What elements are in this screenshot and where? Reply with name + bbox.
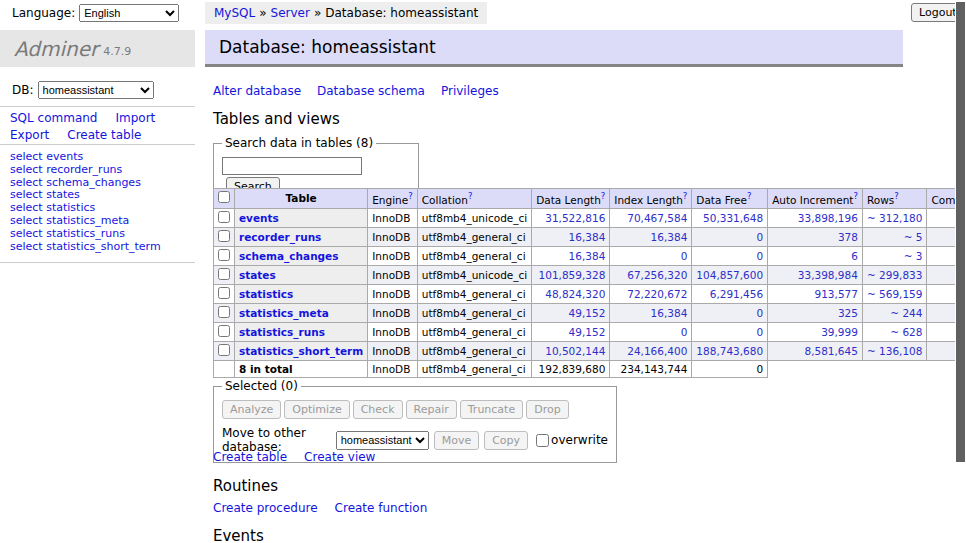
data-length-cell: 49,152: [532, 303, 610, 322]
search-input[interactable]: [222, 157, 362, 175]
help-icon[interactable]: ?: [683, 191, 688, 201]
data-free-cell: 104,857,600: [692, 265, 768, 284]
move-db-select[interactable]: homeassistant: [336, 431, 429, 450]
overwrite-checkbox[interactable]: [536, 434, 549, 447]
sidebar-select-link[interactable]: select statistics_meta: [10, 215, 161, 228]
selected-truncate-button[interactable]: Truncate: [460, 400, 523, 419]
help-icon[interactable]: ?: [747, 191, 752, 201]
scrollbar-thumb[interactable]: [956, 2, 965, 462]
help-icon[interactable]: ?: [601, 191, 606, 201]
sidebar-divider: [0, 262, 195, 263]
table-header-row: TableEngine?Collation?Data Length?Index …: [214, 189, 966, 209]
row-checkbox[interactable]: [218, 211, 230, 223]
selected-repair-button[interactable]: Repair: [406, 400, 457, 419]
breadcrumb-link[interactable]: Server: [271, 6, 310, 20]
data-length-cell: 48,824,320: [532, 284, 610, 303]
selected-action-buttons: AnalyzeOptimizeCheckRepairTruncateDrop: [222, 398, 608, 419]
row-checkbox[interactable]: [218, 325, 230, 337]
database-nav-link[interactable]: Alter database: [213, 84, 301, 98]
table-name-link[interactable]: statistics_meta: [239, 307, 329, 319]
help-icon[interactable]: ?: [853, 191, 858, 201]
selected-analyze-button[interactable]: Analyze: [222, 400, 281, 419]
engine-cell: InnoDB: [368, 360, 418, 377]
checkbox-cell: [214, 246, 235, 265]
rows-cell: ~ 628: [862, 322, 927, 341]
db-select[interactable]: homeassistant: [38, 81, 154, 99]
app-logo[interactable]: Adminer: [14, 37, 98, 61]
help-icon[interactable]: ?: [468, 191, 473, 201]
table-body: eventsInnoDButf8mb4_unicode_ci31,522,816…: [214, 208, 966, 377]
total-number-cell: 192,839,680: [532, 360, 610, 377]
sidebar-action-link[interactable]: SQL command: [10, 111, 97, 125]
column-header: Engine?: [368, 189, 418, 209]
checkbox-cell: [214, 189, 235, 209]
table-row: statistics_runsInnoDButf8mb4_general_ci4…: [214, 322, 966, 341]
table-name-link[interactable]: schema_changes: [239, 250, 339, 262]
table-name-cell: schema_changes: [235, 246, 368, 265]
selected-optimize-button[interactable]: Optimize: [284, 400, 349, 419]
sidebar-action-link[interactable]: Import: [115, 111, 155, 125]
move-button[interactable]: Move: [434, 431, 480, 450]
breadcrumb-separator: »: [314, 6, 321, 20]
language-select[interactable]: English: [79, 4, 179, 22]
sidebar-select-link[interactable]: select statistics_runs: [10, 228, 161, 241]
data-free-cell: 0: [692, 303, 768, 322]
data-length-cell: 16,384: [532, 227, 610, 246]
table-name-link[interactable]: events: [239, 212, 279, 224]
index-length-cell: 0: [610, 322, 692, 341]
engine-cell: InnoDB: [368, 265, 418, 284]
sidebar-actions: SQL commandImportExportCreate table: [10, 111, 182, 142]
sidebar-select-link[interactable]: select statistics_short_term: [10, 241, 161, 254]
total-row: 8 in totalInnoDButf8mb4_general_ci192,83…: [214, 360, 966, 377]
breadcrumb-separator: »: [259, 6, 266, 20]
row-checkbox[interactable]: [218, 230, 230, 242]
index-length-cell: 70,467,584: [610, 208, 692, 227]
column-header-label: Collation: [422, 194, 468, 206]
table-name-link[interactable]: statistics_short_term: [239, 345, 363, 357]
auto-increment-cell: 39,999: [768, 322, 863, 341]
sidebar-action-link[interactable]: Create table: [67, 128, 141, 142]
engine-cell: InnoDB: [368, 341, 418, 360]
database-nav-link[interactable]: Privileges: [441, 84, 499, 98]
rows-cell: ~ 299,833: [862, 265, 927, 284]
page-header-band: Database: homeassistant: [205, 30, 903, 67]
row-checkbox[interactable]: [218, 344, 230, 356]
index-length-cell: 0: [610, 246, 692, 265]
engine-cell: InnoDB: [368, 227, 418, 246]
table-name-link[interactable]: states: [239, 269, 276, 281]
sidebar-action-link[interactable]: Export: [10, 128, 49, 142]
tables-overview-table: TableEngine?Collation?Data Length?Index …: [213, 188, 966, 378]
database-nav-link[interactable]: Database schema: [317, 84, 425, 98]
table-name-link[interactable]: statistics: [239, 288, 293, 300]
index-length-cell: 16,384: [610, 227, 692, 246]
row-checkbox[interactable]: [218, 249, 230, 261]
create-link[interactable]: Create table: [213, 450, 287, 464]
table-name-link[interactable]: recorder_runs: [239, 231, 321, 243]
vertical-scrollbar[interactable]: [955, 0, 966, 543]
selected-drop-button[interactable]: Drop: [526, 400, 568, 419]
routine-create-link[interactable]: Create procedure: [213, 501, 318, 515]
table-name-link[interactable]: statistics_runs: [239, 326, 325, 338]
help-icon[interactable]: ?: [408, 191, 413, 201]
row-checkbox[interactable]: [218, 306, 230, 318]
create-link[interactable]: Create view: [304, 450, 375, 464]
table-row: statesInnoDButf8mb4_unicode_ci101,859,32…: [214, 265, 966, 284]
row-checkbox[interactable]: [218, 268, 230, 280]
page-title: Database: homeassistant: [205, 37, 436, 57]
row-checkbox[interactable]: [218, 191, 230, 203]
language-row: Language:English: [12, 4, 179, 22]
checkbox-cell: [214, 265, 235, 284]
help-icon[interactable]: ?: [894, 191, 899, 201]
row-checkbox[interactable]: [218, 287, 230, 299]
selected-check-button[interactable]: Check: [353, 400, 403, 419]
engine-cell: InnoDB: [368, 208, 418, 227]
copy-button[interactable]: Copy: [484, 431, 528, 450]
routine-create-link[interactable]: Create function: [335, 501, 428, 515]
table-name-cell: statistics_meta: [235, 303, 368, 322]
table-name-cell: statistics_short_term: [235, 341, 368, 360]
app-title-band: Adminer 4.7.9: [0, 30, 195, 67]
sidebar-select-link[interactable]: select events: [10, 151, 161, 164]
data-length-cell: 49,152: [532, 322, 610, 341]
sidebar-select-link[interactable]: select recorder_runs: [10, 164, 161, 177]
breadcrumb-link[interactable]: MySQL: [214, 6, 255, 20]
